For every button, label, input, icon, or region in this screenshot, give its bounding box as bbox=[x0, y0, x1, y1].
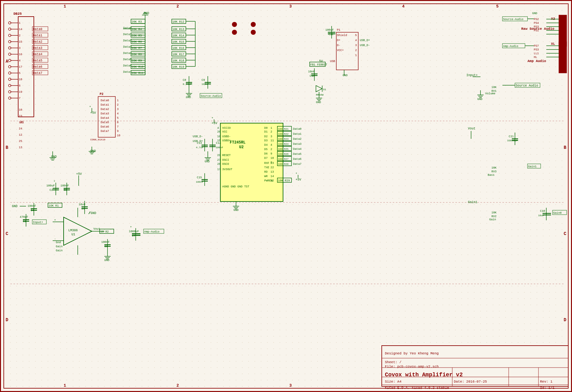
svg-text:10K: 10K bbox=[491, 211, 497, 214]
svg-text:Data3: Data3 bbox=[33, 46, 42, 50]
kicad-label: KiCad E.D.A. kicad 4.0.2-stable bbox=[385, 386, 449, 390]
svg-text:RRSOW: RRSOW bbox=[316, 93, 323, 96]
5v-power-ic: +5V + bbox=[212, 117, 217, 125]
right-controls: Input+ 10K RV1 Volume GND Source Audio V… bbox=[466, 74, 567, 221]
svg-text:100 R28: 100 R28 bbox=[278, 163, 289, 165]
svg-text:GND: GND bbox=[532, 12, 537, 15]
svg-text:P1: P1 bbox=[337, 29, 340, 32]
svg-text:C3: C3 bbox=[64, 189, 67, 192]
svg-text:6: 6 bbox=[117, 121, 118, 124]
svg-text:7: 7 bbox=[117, 125, 118, 128]
svg-text:DB25: DB25 bbox=[13, 12, 22, 16]
svg-text:C10: C10 bbox=[540, 210, 545, 213]
svg-text:1: 1 bbox=[19, 22, 20, 25]
svg-text:Data2: Data2 bbox=[123, 39, 132, 42]
svg-text:P2: P2 bbox=[100, 92, 103, 96]
svg-text:10K R15: 10K R15 bbox=[172, 40, 184, 44]
svg-text:13: 13 bbox=[19, 146, 22, 149]
svg-text:100 R25: 100 R25 bbox=[278, 148, 289, 150]
svg-text:18: 18 bbox=[19, 78, 22, 81]
svg-point-459 bbox=[232, 30, 237, 35]
svg-text:Data0: Data0 bbox=[33, 28, 42, 31]
svg-text:PS3: PS3 bbox=[534, 48, 539, 51]
right-connectors: X2 PS2 PS4 PS3 PS1 GND Source-Audio Raw … bbox=[502, 12, 567, 73]
svg-text:28: 28 bbox=[217, 163, 221, 166]
svg-text:100 R22: 100 R22 bbox=[278, 133, 289, 135]
svg-text:20K R10: 20K R10 bbox=[132, 65, 144, 69]
svg-text:Gain1: Gain1 bbox=[528, 165, 537, 168]
svg-text:1: 1 bbox=[117, 99, 118, 102]
svg-text:RXF: RXF bbox=[264, 162, 269, 165]
svg-text:Data2: Data2 bbox=[33, 40, 42, 44]
svg-text:Data6: Data6 bbox=[123, 64, 132, 67]
svg-text:24: 24 bbox=[19, 127, 22, 130]
svg-point-458 bbox=[251, 22, 256, 27]
svg-point-460 bbox=[251, 30, 256, 35]
c15-cap: C15 100nF bbox=[196, 173, 208, 186]
svg-text:19: 19 bbox=[19, 91, 22, 94]
svg-text:16: 16 bbox=[217, 135, 221, 138]
svg-text:OSCO: OSCO bbox=[222, 163, 229, 166]
svg-text:7: 7 bbox=[19, 97, 20, 100]
svg-text:27: 27 bbox=[217, 159, 221, 162]
svg-text:C8: C8 bbox=[183, 79, 186, 82]
svg-text:FB1 FERRIT: FB1 FERRIT bbox=[310, 63, 328, 66]
svg-text:10uF: 10uF bbox=[538, 214, 544, 217]
svg-text:23: 23 bbox=[270, 162, 274, 165]
svg-text:D4: D4 bbox=[264, 144, 268, 147]
svg-text:100nF: 100nF bbox=[28, 205, 36, 208]
svg-text:Vout: Vout bbox=[93, 227, 100, 231]
svg-text:12: 12 bbox=[19, 133, 22, 137]
resistor-ladder: GND 20K R3 20K R4 Data0 20K R5 Data1 20K… bbox=[123, 12, 195, 75]
svg-text:14: 14 bbox=[270, 175, 274, 178]
svg-text:5V: 5V bbox=[319, 60, 323, 63]
c12-fb1: 100uF C12 FB1 FERRIT 10nF C16 5V bbox=[308, 26, 335, 81]
svg-text:+5V: +5V bbox=[296, 178, 301, 181]
svg-text:Data4: Data4 bbox=[123, 52, 132, 55]
svg-text:1: 1 bbox=[355, 54, 357, 57]
svg-text:D2: D2 bbox=[264, 135, 268, 138]
svg-text:20K R4: 20K R4 bbox=[132, 28, 142, 31]
svg-text:TXE: TXE bbox=[264, 166, 269, 169]
svg-text:5: 5 bbox=[19, 72, 20, 75]
svg-text:10: 10 bbox=[270, 157, 274, 160]
svg-text:+5V: +5V bbox=[90, 111, 96, 115]
svg-text:+: + bbox=[54, 219, 56, 222]
svg-text:GND: GND bbox=[316, 101, 321, 104]
svg-text:3V3OUT: 3V3OUT bbox=[222, 168, 233, 171]
svg-text:2: 2 bbox=[270, 130, 272, 133]
power-section: +5V GND 100uF C2 + 100nF C3 100nF C4 bbox=[12, 172, 82, 227]
svg-text:Input+: Input+ bbox=[33, 221, 43, 224]
svg-text:100 R26: 100 R26 bbox=[278, 153, 289, 155]
svg-text:RESET: RESET bbox=[222, 154, 231, 157]
svg-text:10K R16: 10K R16 bbox=[172, 47, 184, 50]
svg-text:HL: HL bbox=[534, 56, 537, 59]
svg-text:Data2: Data2 bbox=[293, 138, 302, 141]
sheet-label: Sheet: / bbox=[385, 360, 401, 364]
svg-text:+5V: +5V bbox=[76, 172, 82, 176]
svg-text:Data5: Data5 bbox=[293, 153, 302, 156]
svg-text:USB: USB bbox=[330, 60, 335, 63]
svg-text:17: 17 bbox=[19, 65, 22, 69]
svg-text:C9: C9 bbox=[202, 79, 205, 82]
svg-text:Gain: Gain bbox=[56, 249, 63, 252]
usb-connector-p1: P1 Shield D+ D- VCC+ 5 4 3 2 1 USB GND U… bbox=[330, 29, 370, 77]
svg-text:3: 3 bbox=[117, 108, 118, 111]
svg-text:+5V: +5V bbox=[212, 122, 217, 125]
svg-text:Amp Audio: Amp Audio bbox=[527, 59, 546, 63]
svg-text:Volume: Volume bbox=[485, 92, 495, 95]
svg-text:+: + bbox=[130, 226, 132, 229]
svg-text:LM386: LM386 bbox=[68, 229, 78, 232]
svg-text:Data3: Data3 bbox=[293, 143, 302, 146]
svg-text:GND: GND bbox=[234, 209, 239, 212]
svg-text:Gnd: Gnd bbox=[56, 241, 61, 244]
svg-text:D3: D3 bbox=[264, 139, 268, 142]
svg-text:-: - bbox=[54, 238, 56, 241]
svg-text:GND: GND bbox=[51, 155, 57, 159]
svg-text:VCC: VCC bbox=[222, 130, 228, 133]
svg-text:C1: C1 bbox=[23, 220, 26, 223]
svg-text:10nF: 10nF bbox=[308, 70, 315, 73]
ft245rl-u2: FT245RL U2 VCCIO VCC USBD- USBD+ RESET O… bbox=[217, 123, 283, 212]
svg-text:USB_D-: USB_D- bbox=[193, 135, 203, 138]
svg-text:1OK R1: 1OK R1 bbox=[49, 204, 59, 207]
